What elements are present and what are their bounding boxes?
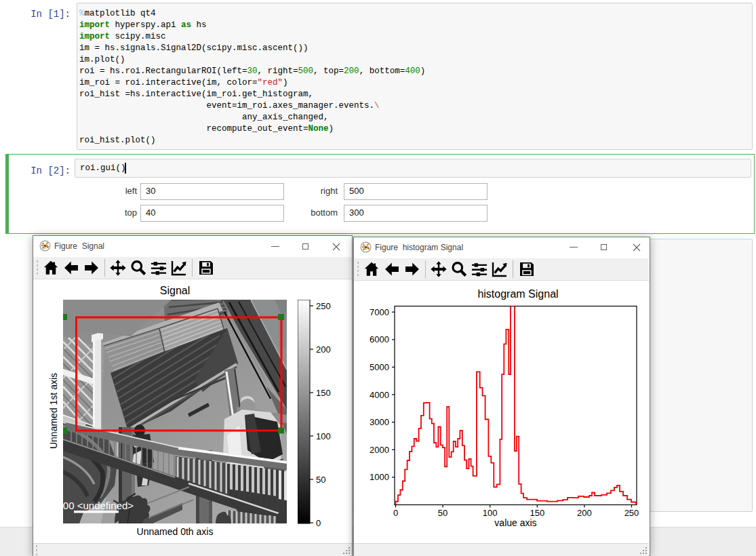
svg-text:100: 100 [483, 508, 498, 518]
svg-text:250: 250 [316, 301, 331, 311]
svg-text:0: 0 [316, 518, 321, 528]
svg-text:7000: 7000 [370, 307, 389, 317]
svg-text:value axis: value axis [494, 517, 536, 528]
svg-text:200: 200 [316, 344, 331, 355]
svg-text:1000: 1000 [370, 472, 389, 482]
svg-text:2000: 2000 [370, 445, 389, 455]
svg-text:50: 50 [438, 508, 447, 518]
svg-text:150: 150 [530, 508, 544, 518]
svg-text:50: 50 [316, 475, 325, 485]
svg-text:500 <undefined>: 500 <undefined> [63, 500, 134, 511]
svg-text:200: 200 [577, 508, 592, 518]
svg-text:3000: 3000 [370, 417, 389, 427]
svg-text:6000: 6000 [370, 334, 389, 344]
svg-text:250: 250 [624, 508, 639, 518]
svg-text:4000: 4000 [370, 390, 389, 400]
svg-text:0: 0 [393, 508, 398, 518]
svg-text:5000: 5000 [370, 362, 389, 372]
svg-text:150: 150 [316, 388, 331, 398]
svg-text:100: 100 [316, 431, 331, 441]
